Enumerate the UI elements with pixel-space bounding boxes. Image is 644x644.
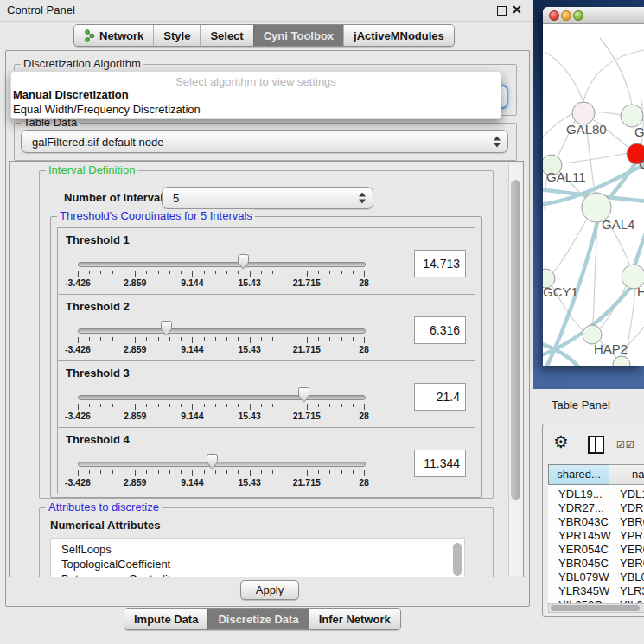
slider-tick (158, 271, 159, 274)
slider-tick (238, 337, 239, 341)
algorithm-option-manual-discretization[interactable]: Manual Discretization (13, 88, 129, 101)
slider-tick (284, 271, 284, 274)
cell-name: YER0 (620, 543, 644, 556)
tab-jactivemnodules[interactable]: jActiveMNodules (343, 25, 454, 46)
slider-thumb[interactable] (296, 386, 311, 403)
zoom-traffic-light-icon[interactable] (573, 10, 583, 21)
table-row-ydr27-[interactable]: YDR27...YDR2 (548, 501, 644, 515)
slider-tick (100, 337, 101, 341)
close-traffic-light-icon[interactable] (549, 10, 559, 21)
slider-tick (146, 271, 147, 274)
slider-tick (364, 404, 365, 410)
table-row-ybl079w[interactable]: YBL079WYBL0 (548, 571, 644, 584)
slider-track[interactable] (78, 462, 366, 467)
slider-tick (261, 404, 262, 407)
slider-track[interactable] (78, 328, 366, 334)
network-graph: GAL80GACGAL11GAL4GCY1HHAP2 (543, 24, 644, 366)
slider-thumb[interactable] (236, 253, 251, 270)
table-row-ypr145w[interactable]: YPR145WYPR1 (548, 529, 644, 543)
slider-tick-label: 15.43 (238, 411, 260, 421)
table-data-combo[interactable]: galFiltered.sif default node (21, 130, 508, 153)
table-column-header-shared-name[interactable]: shared... (548, 464, 609, 485)
threshold-value-field[interactable]: 11.344 (414, 450, 466, 477)
slider-tick-label: 2.859 (124, 344, 146, 354)
table-row-yer054c[interactable]: YER054CYER0 (548, 543, 644, 557)
slider-tick-label: 28 (359, 477, 369, 488)
column-layout-icon[interactable] (588, 436, 604, 454)
slider-tick (89, 404, 90, 407)
table-row-ybr045c[interactable]: YBR045CYBR0 (548, 557, 644, 571)
network-node-label: GA (634, 124, 644, 139)
tab-style[interactable]: Style (153, 25, 200, 46)
bottom-tab-impute-data[interactable]: Impute Data (124, 609, 207, 629)
slider-tick (158, 470, 159, 474)
cell-shared-name: YBL079W (558, 571, 609, 583)
slider-tick (78, 337, 79, 343)
slider-tick (250, 470, 251, 476)
slider-tick (112, 271, 113, 274)
cell-name: YBR0 (620, 557, 644, 570)
close-icon[interactable]: ✕ (512, 3, 522, 16)
slider-tick-label: 9.144 (181, 411, 203, 421)
table-row-ydl19-[interactable]: YDL19...YDL1 (548, 488, 644, 501)
algorithm-popup: Select algorithm to view settings Manual… (10, 71, 501, 119)
slider-thumb[interactable] (159, 320, 174, 336)
slider-thumb[interactable] (205, 453, 220, 469)
tab-cyni-toolbox[interactable]: Cyni Toolbox (253, 25, 343, 46)
attribute-item-selfloops[interactable]: SelfLoops (51, 542, 464, 557)
slider-tick (296, 271, 296, 274)
threshold-value-field[interactable]: 14.713 (414, 250, 466, 277)
slider-tick (261, 271, 262, 274)
attribute-item-topologicalcoefficient[interactable]: TopologicalCoefficient (51, 557, 464, 571)
attributes-group-title: Attributes to discretize (46, 501, 162, 514)
num-intervals-label: Number of Intervals (64, 191, 169, 204)
slider-track[interactable] (78, 262, 366, 267)
slider-tick (192, 404, 193, 410)
table-hscrollbar-track[interactable] (548, 603, 644, 613)
table-panel-title: Table Panel (552, 399, 610, 411)
slider-tick (341, 470, 342, 474)
slider-tick (192, 470, 193, 476)
threshold-value-field[interactable]: 6.316 (414, 316, 466, 344)
slider-tick (215, 337, 216, 341)
slider-track[interactable] (78, 395, 366, 400)
slider-tick-label: -3.426 (65, 344, 91, 354)
settings-scrollbar-track[interactable] (508, 163, 522, 576)
network-node-label: GCY1 (543, 284, 578, 299)
slider-tick (169, 337, 170, 341)
threshold-value-field[interactable]: 21.4 (414, 383, 466, 411)
num-intervals-combo[interactable]: 5 (162, 187, 373, 209)
slider-tick (238, 271, 239, 274)
window-title: Control Panel (7, 3, 75, 16)
network-node[interactable] (613, 356, 630, 366)
attribute-item-betweennesscentrality[interactable]: BetweennessCentrality (51, 571, 464, 577)
control-panel-titlebar: Control Panel ✕ (0, 0, 533, 22)
attributes-list-scrollbar[interactable] (453, 543, 462, 576)
num-intervals-value: 5 (173, 192, 179, 205)
checkbox-icons[interactable]: ☑☑ (616, 439, 635, 450)
bottom-tab-group: Impute DataDiscretize DataInfer Network (124, 608, 401, 630)
table-column-header-name[interactable]: na (609, 464, 644, 485)
slider-tick-label: 28 (359, 411, 369, 421)
threshold-label: Threshold 3 (66, 367, 130, 379)
gear-icon[interactable]: ⚙ (553, 431, 569, 452)
float-window-icon[interactable] (497, 6, 507, 16)
attributes-list[interactable]: SelfLoopsTopologicalCoefficientBetweenne… (50, 538, 465, 577)
bottom-tab-discretize-data[interactable]: Discretize Data (207, 609, 308, 629)
slider-tick (204, 404, 205, 407)
settings-scrollbar-thumb[interactable] (511, 180, 520, 500)
minimize-traffic-light-icon[interactable] (561, 10, 571, 21)
table-row-ylr345w[interactable]: YLR345WYLR3 (548, 584, 644, 598)
table-hscrollbar-thumb[interactable] (551, 605, 640, 611)
tab-network[interactable]: Network (74, 25, 153, 46)
algorithm-option-equal-width-frequency-discretization[interactable]: Equal Width/Frequency Discretization (13, 103, 201, 116)
apply-button[interactable]: Apply (240, 580, 299, 600)
network-canvas[interactable]: GAL80GACGAL11GAL4GCY1HHAP2 (543, 24, 644, 366)
attributes-group: Attributes to discretize Numerical Attri… (39, 507, 494, 577)
slider-tick (169, 404, 170, 407)
tab-select[interactable]: Select (200, 25, 252, 46)
tab-label: Infer Network (319, 613, 391, 626)
bottom-tab-infer-network[interactable]: Infer Network (309, 609, 400, 629)
table-row-ybr043c[interactable]: YBR043CYBR0 (548, 515, 644, 529)
tab-label: Cyni Toolbox (264, 29, 334, 42)
